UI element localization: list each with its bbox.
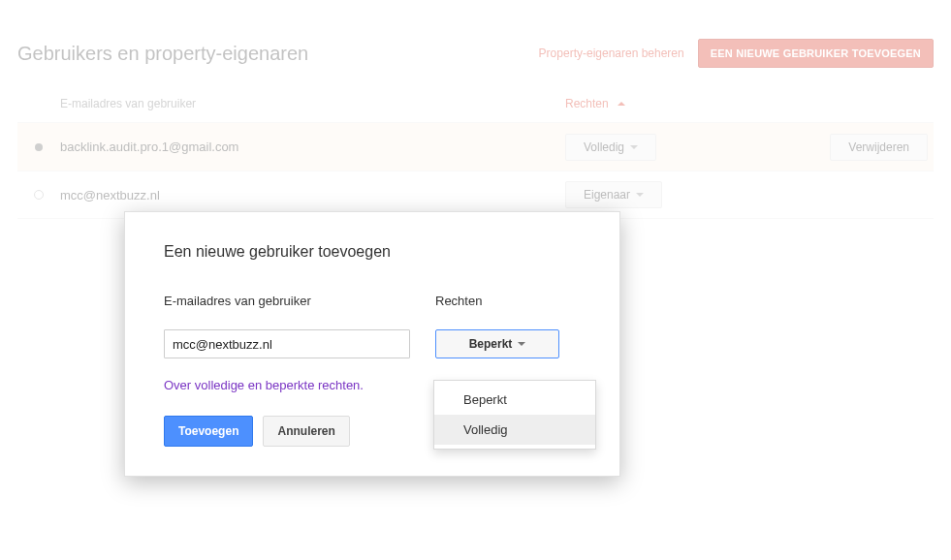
remove-user-button[interactable]: Verwijderen xyxy=(830,134,928,161)
chevron-down-icon xyxy=(630,145,638,153)
status-dot-icon xyxy=(35,143,43,151)
header-actions: Property-eigenaren beheren EEN NIEUWE GE… xyxy=(539,39,934,68)
status-dot-icon xyxy=(34,190,44,200)
table-header-row: E-mailadres van gebruiker Rechten xyxy=(17,89,934,122)
permission-dropdown-menu: Beperkt Volledig xyxy=(433,380,596,450)
page-title: Gebruikers en property-eigenaren xyxy=(17,43,308,65)
permission-field-label: Rechten xyxy=(435,294,581,308)
users-table: E-mailadres van gebruiker Rechten backli… xyxy=(17,89,934,219)
dialog-title: Een nieuwe gebruiker toevoegen xyxy=(164,243,581,261)
permission-dropdown-button[interactable]: Beperkt xyxy=(435,329,559,358)
add-user-button[interactable]: EEN NIEUWE GEBRUIKER TOEVOEGEN xyxy=(698,39,934,68)
permission-select[interactable]: Eigenaar xyxy=(565,181,662,208)
user-email: mcc@nextbuzz.nl xyxy=(60,188,565,202)
column-header-permissions[interactable]: Rechten xyxy=(565,97,817,110)
permission-select[interactable]: Volledig xyxy=(565,134,656,161)
user-email: backlink.audit.pro.1@gmail.com xyxy=(60,140,565,154)
table-row: backlink.audit.pro.1@gmail.com Volledig … xyxy=(17,122,934,171)
cancel-button[interactable]: Annuleren xyxy=(263,416,349,447)
page-header: Gebruikers en property-eigenaren Propert… xyxy=(17,39,934,68)
add-button[interactable]: Toevoegen xyxy=(164,416,253,447)
sort-ascending-icon xyxy=(618,98,625,106)
dropdown-option-volledig[interactable]: Volledig xyxy=(434,415,595,445)
chevron-down-icon xyxy=(518,342,525,350)
column-header-email[interactable]: E-mailadres van gebruiker xyxy=(60,97,565,110)
email-field-label: E-mailadres van gebruiker xyxy=(164,294,410,308)
manage-owners-link[interactable]: Property-eigenaren beheren xyxy=(539,47,684,60)
email-field[interactable] xyxy=(164,329,410,358)
chevron-down-icon xyxy=(636,193,644,201)
permissions-help-link[interactable]: Over volledige en beperkte rechten. xyxy=(164,378,364,392)
dropdown-option-beperkt[interactable]: Beperkt xyxy=(434,385,595,415)
add-user-dialog: Een nieuwe gebruiker toevoegen E-mailadr… xyxy=(124,211,620,477)
